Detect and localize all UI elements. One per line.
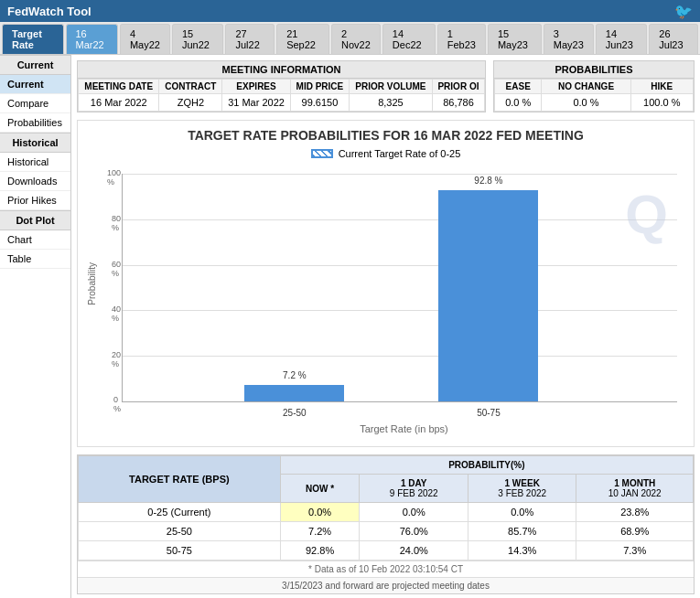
cell-0-25-1day: 0.0% [360,503,468,522]
main-layout: Current Current Compare Probabilities Hi… [0,55,700,598]
bar-25-50: 7.2 % 25-50 [244,385,344,401]
tab-4may22[interactable]: 4 May22 [120,24,170,54]
sidebar-item-current[interactable]: Current [0,75,70,94]
meeting-info-header: MEETING INFORMATION [78,61,485,79]
cell-prior-volume: 8,325 [349,94,432,112]
chart-container: Probability 100 % 80 % 60 % [85,165,686,439]
x-tick-50-75: 50-75 [477,408,501,418]
y-tick-100: 100 % [107,168,121,187]
sidebar-group-historical: Historical [0,133,70,153]
cell-expires: 31 Mar 2022 [222,94,291,112]
probability-table-container: TARGET RATE (BPS) PROBABILITY(%) NOW * 1… [77,454,695,594]
app-title: FedWatch Tool [7,5,92,18]
cell-mid-price: 99.6150 [290,94,349,112]
tab-2nov22[interactable]: 2 Nov22 [331,24,381,54]
col-mid-price: MID PRICE [290,80,349,94]
tab-26jul23[interactable]: 26 Jul23 [649,24,698,54]
chart-legend: Current Target Rate of 0-25 [85,148,686,159]
cell-0-25-1month: 23.8% [576,503,694,522]
col-meeting-date: MEETING DATE [79,80,159,94]
cell-25-50-now: 7.2% [280,522,360,541]
app-header: FedWatch Tool 🐦 [0,0,700,22]
col-hike: HIKE [630,80,693,94]
row-label-0-25: 0-25 (Current) [79,503,281,522]
sidebar-item-prior-hikes[interactable]: Prior Hikes [0,191,70,210]
cell-contract: ZQH2 [159,94,222,112]
y-axis-label: Probability [87,262,97,305]
cell-meeting-date: 16 Mar 2022 [79,94,159,112]
col-prior-volume: PRIOR VOLUME [349,80,432,94]
prob-info-header: PROBABILITIES [494,61,694,79]
chart-inner: 100 % 80 % 60 % 40 % 20 % 0 % [122,174,677,402]
sidebar-group-dotplot: Dot Plot [0,210,70,230]
sidebar: Current Current Compare Probabilities Hi… [0,55,71,598]
cell-prior-oi: 86,786 [432,94,484,112]
col-contract: CONTRACT [159,80,222,94]
tab-1feb23[interactable]: 1 Feb23 [437,24,486,54]
tab-target-rate[interactable]: Target Rate [2,24,64,54]
watermark: Q [625,183,668,246]
cell-ease: 0.0 % [495,94,542,112]
y-tick-0: 0 % [113,395,121,413]
y-tick-40: 40 % [112,304,121,323]
prob-table-prob-header: PROBABILITY(%) [280,456,693,475]
sidebar-group-current: Current [0,55,70,75]
x-axis-label: Target Rate (in bps) [360,423,448,434]
sub-header-1month: 1 MONTH10 JAN 2022 [576,475,694,503]
col-no-change: NO CHANGE [542,80,630,94]
col-expires: EXPIRES [222,80,291,94]
y-tick-80: 80 % [112,214,121,232]
tab-14dec22[interactable]: 14 Dec22 [382,24,436,54]
tab-16mar22[interactable]: 16 Mar22 [66,24,118,54]
info-tables: MEETING INFORMATION MEETING DATE CONTRAC… [77,60,695,112]
bar-label-25-50: 7.2 % [283,370,307,380]
footnote2: 3/15/2023 and forward are projected meet… [78,577,694,593]
sidebar-item-compare[interactable]: Compare [0,94,70,113]
cell-50-75-now: 92.8% [280,541,360,561]
cell-hike: 100.0 % [630,94,693,112]
tab-27jul22[interactable]: 27 Jul22 [225,24,275,54]
cell-50-75-1month: 7.3% [576,541,694,561]
cell-0-25-1week: 0.0% [468,503,576,522]
col-prior-oi: PRIOR OI [432,80,484,94]
cell-50-75-1week: 14.3% [468,541,576,561]
y-tick-20: 20 % [112,350,121,368]
bar-label-50-75: 92.8 % [474,176,502,186]
sidebar-item-historical[interactable]: Historical [0,153,70,172]
tab-15jun22[interactable]: 15 Jun22 [172,24,224,54]
sidebar-item-probabilities[interactable]: Probabilities [0,113,70,133]
prob-table-main-header: TARGET RATE (BPS) [79,456,281,503]
sub-header-1week: 1 WEEK3 FEB 2022 [468,475,576,503]
tab-15may23[interactable]: 15 May23 [488,24,542,54]
cell-0-25-now: 0.0% [280,503,360,522]
row-label-25-50: 25-50 [79,522,281,541]
cell-25-50-1day: 76.0% [360,522,468,541]
tab-bar: Target Rate 16 Mar22 4 May22 15 Jun22 27… [0,22,700,55]
prob-info-table: PROBABILITIES EASE NO CHANGE HIKE 0.0 % … [493,60,695,112]
content-area: MEETING INFORMATION MEETING DATE CONTRAC… [71,55,700,598]
col-ease: EASE [495,80,542,94]
tab-14jun23[interactable]: 14 Jun23 [596,24,648,54]
sidebar-item-table[interactable]: Table [0,250,70,269]
chart-section: TARGET RATE PROBABILITIES FOR 16 MAR 202… [77,120,695,447]
cell-50-75-1day: 24.0% [360,541,468,561]
tab-21sep22[interactable]: 21 Sep22 [276,24,329,54]
y-tick-60: 60 % [112,260,121,278]
footnote: * Data as of 10 Feb 2022 03:10:54 CT [78,561,694,577]
sidebar-item-chart[interactable]: Chart [0,230,70,250]
sub-header-1day: 1 DAY9 FEB 2022 [360,475,468,503]
cell-25-50-1month: 68.9% [576,522,694,541]
cell-no-change: 0.0 % [542,94,630,112]
meeting-info-table: MEETING INFORMATION MEETING DATE CONTRAC… [77,60,486,112]
row-label-50-75: 50-75 [79,541,281,561]
legend-label: Current Target Rate of 0-25 [339,148,461,159]
sidebar-item-downloads[interactable]: Downloads [0,172,70,191]
probability-table: TARGET RATE (BPS) PROBABILITY(%) NOW * 1… [78,455,694,561]
twitter-icon[interactable]: 🐦 [674,3,693,20]
x-tick-25-50: 25-50 [283,408,307,418]
sub-header-now: NOW * [280,475,360,503]
legend-box-icon [311,149,333,158]
bar-50-75: 92.8 % 50-75 [438,190,538,401]
tab-3may23[interactable]: 3 May23 [544,24,594,54]
cell-25-50-1week: 85.7% [468,522,576,541]
